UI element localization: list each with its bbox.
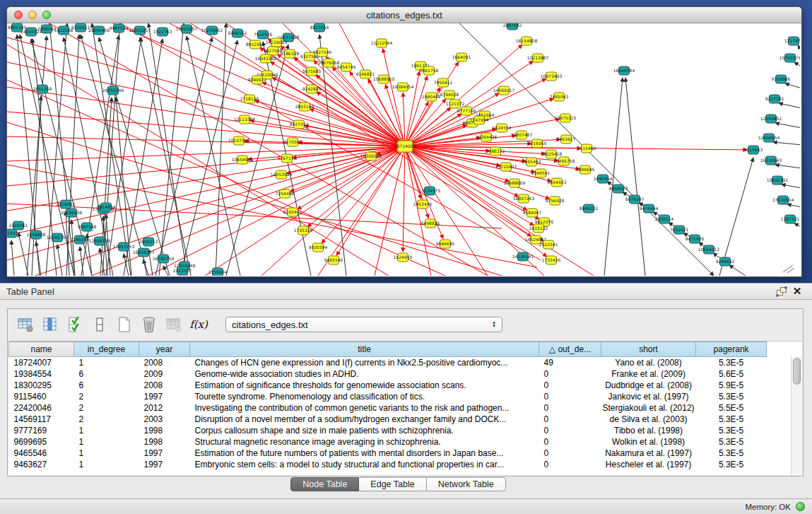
cell-in_degree[interactable]: 1 — [74, 425, 139, 436]
cell-short[interactable]: Nakamura et al. (1997) — [601, 448, 696, 459]
cell-year[interactable]: 2008 — [139, 357, 190, 369]
cell-pagerank[interactable]: 5.3E-5 — [696, 414, 767, 425]
cell-out_degree[interactable]: 0 — [539, 391, 601, 402]
table-vertical-scrollbar[interactable] — [791, 356, 802, 475]
cell-year[interactable]: 2012 — [139, 402, 190, 414]
cell-year[interactable]: 1998 — [139, 425, 190, 436]
cell-in_degree[interactable]: 6 — [74, 368, 139, 380]
table-header-row[interactable]: namein_degreeyeartitle△ out_de...shortpa… — [9, 342, 767, 357]
cell-short[interactable]: Franke et al. (2009) — [601, 368, 696, 380]
column-header-year[interactable]: year — [139, 342, 190, 357]
cell-in_degree[interactable]: 1 — [74, 459, 139, 470]
cell-in_degree[interactable]: 1 — [74, 436, 139, 448]
cell-pagerank[interactable]: 5.5E-5 — [696, 402, 767, 414]
column-header-short[interactable]: short — [601, 342, 696, 357]
network-window[interactable]: citations_edges.txt 98613452405572420060… — [6, 6, 802, 277]
cell-name[interactable]: 18300295 — [9, 380, 74, 391]
tab-network-table[interactable]: Network Table — [427, 477, 506, 491]
cell-out_degree[interactable]: 0 — [539, 414, 601, 425]
cell-in_degree[interactable]: 2 — [74, 391, 139, 402]
delete-table-icon[interactable] — [139, 314, 160, 335]
cell-short[interactable]: Stergiakouli et al. (2012) — [601, 402, 696, 414]
table-row[interactable]: 969969511998Structural magnetic resonanc… — [9, 436, 767, 448]
table-row[interactable]: 946554611997Estimation of the future num… — [9, 448, 767, 459]
column-header-in_degree[interactable]: in_degree — [74, 342, 139, 357]
cell-name[interactable]: 9463627 — [9, 459, 74, 470]
cell-title[interactable]: Embryonic stem cells: a model to study s… — [190, 459, 539, 470]
cell-out_degree[interactable]: 0 — [539, 448, 601, 459]
row-height-icon[interactable] — [89, 314, 110, 335]
cell-title[interactable]: Estimation of the future numbers of pati… — [190, 448, 539, 459]
cell-pagerank[interactable]: 5.3E-5 — [696, 448, 767, 459]
cell-short[interactable]: Tibbo et al. (1998) — [601, 425, 696, 436]
tab-node-table[interactable]: Node Table — [290, 477, 359, 491]
table-select-dropdown[interactable]: citations_edges.txt ▲▼ — [225, 317, 502, 332]
column-header-pagerank[interactable]: pagerank — [696, 342, 767, 357]
cell-title[interactable]: Genome-wide association studies in ADHD. — [190, 368, 539, 380]
float-panel-icon[interactable] — [774, 284, 789, 298]
cell-out_degree[interactable]: 0 — [539, 380, 601, 391]
close-panel-icon[interactable]: ✕ — [789, 284, 805, 298]
node-table-grid[interactable]: namein_degreeyeartitle△ out_de...shortpa… — [8, 341, 767, 470]
cell-pagerank[interactable]: 5.3E-5 — [696, 425, 767, 436]
cell-year[interactable]: 1997 — [139, 391, 190, 402]
cell-title[interactable]: Changes of HCN gene expression and I(f) … — [190, 357, 539, 369]
new-file-icon[interactable] — [114, 314, 135, 335]
cell-pagerank[interactable]: 5.3E-5 — [696, 357, 767, 369]
cell-title[interactable]: Disruption of a novel member of a sodium… — [190, 414, 539, 425]
cell-out_degree[interactable]: 0 — [539, 436, 601, 448]
column-header-title[interactable]: title — [190, 342, 539, 357]
cell-title[interactable]: Estimation of significance thresholds fo… — [190, 380, 539, 391]
cell-pagerank[interactable]: 5.6E-5 — [696, 368, 767, 380]
table-row[interactable]: 1872400712008Changes of HCN gene express… — [9, 357, 767, 369]
cell-out_degree[interactable]: 0 — [539, 459, 601, 470]
table-row[interactable]: 2242004622012Investigating the contribut… — [9, 402, 767, 414]
scrollbar-thumb[interactable] — [793, 358, 801, 385]
function-builder-icon[interactable]: f(x) — [188, 314, 209, 335]
cell-short[interactable]: Hescheler et al. (1997) — [601, 459, 696, 470]
cell-title[interactable]: Corpus callosum shape and size in male p… — [190, 425, 539, 436]
cell-title[interactable]: Structural magnetic resonance image aver… — [190, 436, 539, 448]
import-table-icon[interactable] — [163, 314, 184, 335]
cell-short[interactable]: Jankovic et al. (1997) — [601, 391, 696, 402]
cell-name[interactable]: 14569117 — [9, 414, 74, 425]
cell-name[interactable]: 9699695 — [9, 436, 74, 448]
table-row[interactable]: 1456911722003Disruption of a novel membe… — [9, 414, 767, 425]
cell-pagerank[interactable]: 5.9E-5 — [696, 380, 767, 391]
cell-title[interactable]: Tourette syndrome. Phenomenology and cla… — [190, 391, 539, 402]
cell-pagerank[interactable]: 5.3E-5 — [696, 436, 767, 448]
cell-name[interactable]: 18724007 — [9, 357, 74, 369]
cell-short[interactable]: Dudbridge et al. (2008) — [601, 380, 696, 391]
table-row[interactable]: 911546021997Tourette syndrome. Phenomeno… — [9, 391, 767, 402]
network-window-titlebar[interactable]: citations_edges.txt — [7, 7, 801, 23]
tab-edge-table[interactable]: Edge Table — [359, 477, 426, 491]
cell-in_degree[interactable]: 6 — [74, 380, 139, 391]
table-row[interactable]: 1830029562008Estimation of significance … — [9, 380, 767, 391]
cell-pagerank[interactable]: 5.3E-5 — [696, 459, 767, 470]
cell-year[interactable]: 1998 — [139, 436, 190, 448]
cell-name[interactable]: 9777169 — [9, 425, 74, 436]
cell-name[interactable]: 22420046 — [9, 402, 74, 414]
cell-name[interactable]: 9465546 — [9, 448, 74, 459]
cell-pagerank[interactable]: 5.3E-5 — [696, 391, 767, 402]
table-row[interactable]: 1938455462009Genome-wide association stu… — [9, 368, 767, 380]
cell-out_degree[interactable]: 0 — [539, 368, 601, 380]
cell-year[interactable]: 2008 — [139, 380, 190, 391]
column-header-out_degree[interactable]: △ out_de... — [539, 342, 601, 357]
cell-out_degree[interactable]: 49 — [539, 357, 601, 369]
table-column-icon[interactable] — [40, 314, 61, 335]
cell-in_degree[interactable]: 2 — [74, 402, 139, 414]
cell-short[interactable]: Wolkin et al. (1998) — [601, 436, 696, 448]
resize-grip-icon[interactable] — [783, 265, 794, 273]
column-header-name[interactable]: name — [9, 342, 74, 357]
cell-out_degree[interactable]: 0 — [539, 425, 601, 436]
cell-year[interactable]: 2003 — [139, 414, 190, 425]
table-row[interactable]: 977716911998Corpus callosum shape and si… — [9, 425, 767, 436]
cell-title[interactable]: Investigating the contribution of common… — [190, 402, 539, 414]
cell-short[interactable]: de Silva et al. (2003) — [601, 414, 696, 425]
table-row[interactable]: 946362711997Embryonic stem cells: a mode… — [9, 459, 767, 470]
cell-out_degree[interactable]: 0 — [539, 402, 601, 414]
cell-year[interactable]: 1997 — [139, 459, 190, 470]
cell-in_degree[interactable]: 2 — [74, 414, 139, 425]
cell-short[interactable]: Yano et al. (2008) — [601, 357, 696, 369]
